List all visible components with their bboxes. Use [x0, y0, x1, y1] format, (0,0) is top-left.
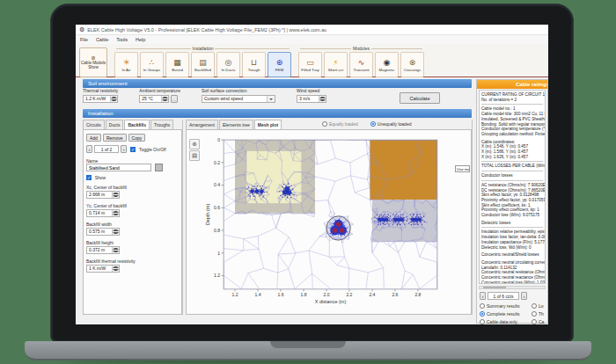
toolbar-button-fem[interactable]: ⊛FEM [268, 52, 291, 77]
toolbar-button-label: Buried [172, 68, 183, 72]
toggle-on-off-checkbox[interactable]: ✓ [130, 147, 136, 152]
y-tick-label: 1.2 [214, 273, 220, 278]
toolbar-button-in-ducts[interactable]: ◎In Ducts [216, 52, 240, 77]
results-option-th[interactable]: Th [532, 311, 544, 317]
backfill-thermal-resistivity-stepper[interactable]: 1 K.m/W [86, 265, 120, 273]
remove-button[interactable]: Remove [103, 134, 127, 142]
copy-button[interactable]: Copy [128, 134, 146, 142]
x-tick-label: 2.8 [414, 292, 421, 297]
ambient-temperature-stepper[interactable]: 25 °C [139, 95, 169, 103]
name-input[interactable] [86, 164, 151, 171]
results-text[interactable]: CURRENT RATING OF CIRCUIT 1 (A) =No. of … [479, 90, 546, 284]
spinner-buttons[interactable] [161, 96, 168, 102]
menu-cable[interactable]: Cable [96, 37, 108, 42]
tab-troughs[interactable]: Troughs [150, 120, 173, 129]
results-prev-button[interactable]: ‹ [480, 292, 486, 300]
zoom-button[interactable]: ⊕ [189, 139, 200, 149]
plot-region-backfill-right-top [370, 140, 437, 200]
spinner-buttons[interactable] [112, 210, 119, 216]
thermal-resistivity-stepper[interactable]: 1.2 K.m/W [83, 95, 118, 103]
y-axis-label: Depth (m) [205, 204, 210, 226]
radio-cable-data-only[interactable] [480, 319, 485, 324]
spin-down-icon[interactable] [113, 251, 119, 254]
show-checkbox[interactable]: ✓ [86, 175, 92, 180]
results-next-button[interactable]: › [521, 292, 527, 300]
color-swatch[interactable] [155, 164, 163, 171]
menu-file[interactable]: File [80, 37, 88, 42]
spin-down-icon[interactable] [113, 214, 119, 217]
option-label: Th [539, 311, 544, 317]
soil-field-thermal-resistivity: Thermal resistivity1.2 K.m/W [83, 88, 118, 103]
spin-down-icon[interactable] [113, 232, 119, 236]
radio-lo[interactable] [532, 303, 537, 309]
spin-down-icon[interactable] [111, 99, 117, 103]
tab-arrangement[interactable]: Arrangement [186, 120, 218, 129]
calculate-button[interactable]: Calculate [400, 92, 440, 104]
toolbar-button-backfilled[interactable]: ▤Backfilled [191, 52, 215, 77]
backfill-height-stepper[interactable]: 0.372 m [86, 246, 120, 254]
yc-center-of-backfill-stepper[interactable]: 0.714 m [86, 209, 120, 217]
load-option-unequally-loaded[interactable]: Unequally loaded [370, 121, 412, 127]
radio-complete-results[interactable] [480, 311, 485, 317]
menu-help[interactable]: Help [136, 37, 145, 42]
tab-circuits[interactable]: Circuits [83, 120, 105, 129]
spin-down-icon[interactable] [113, 269, 119, 273]
backfill-next-button[interactable]: › [121, 145, 127, 153]
spin-down-icon[interactable] [113, 195, 119, 199]
toolbar-button-short-cct[interactable]: ⚡Short-cct [324, 52, 348, 77]
fem-mesh-icon: ⊛ [276, 58, 283, 68]
cable-models-show-button[interactable]: ≣ Cable Models Show [79, 47, 107, 77]
tray-icon: ▭ [306, 58, 314, 68]
radio-th[interactable] [532, 311, 537, 317]
toolbar-button-buried[interactable]: ▦Buried [165, 52, 189, 77]
toolbar-group-label-modules: Modules [298, 46, 424, 51]
add-button[interactable]: Add [86, 134, 101, 142]
tab-backfills[interactable]: Backfills [124, 120, 150, 129]
spinner-buttons[interactable] [112, 247, 119, 253]
spin-down-icon[interactable] [319, 99, 326, 103]
chevron-down-icon[interactable] [267, 96, 275, 102]
tab-ducts[interactable]: Ducts [106, 120, 124, 129]
radio-equally-loaded[interactable] [322, 121, 327, 127]
toolbar-button-crossings[interactable]: ⊗Crossings [400, 52, 424, 77]
use-mesh-chip[interactable]: Use me [455, 165, 470, 172]
backfill-width-stepper[interactable]: 0.575 m [86, 228, 120, 236]
toolbar-button-label: Crossings [404, 68, 422, 72]
soil-environment-header: Soil environment [83, 79, 472, 88]
toolbar-button-magnetic[interactable]: ◉Magnetic [375, 52, 399, 77]
spin-down-icon[interactable] [162, 99, 168, 103]
toolbar-button-filled-tray[interactable]: ▭Filled Tray [298, 52, 322, 77]
spinner-buttons[interactable] [319, 96, 326, 102]
radio-ca[interactable] [532, 319, 537, 324]
radio-unequally-loaded[interactable] [370, 121, 376, 127]
spinner-buttons[interactable] [112, 266, 119, 272]
spinner-buttons[interactable] [112, 192, 119, 198]
toolbar-button-trough[interactable]: ⊔Trough [242, 52, 266, 77]
ellipsis-button[interactable]: … [171, 95, 178, 103]
toolbar-button-in-groups[interactable]: ∴In Groups [140, 52, 164, 77]
menu-tools[interactable]: Tools [116, 37, 128, 42]
spinner-buttons[interactable] [110, 96, 117, 102]
trough-icon: ⊔ [251, 58, 257, 68]
wind-speed-stepper[interactable]: 3 m/s [297, 95, 326, 103]
results-option-cable-data-only[interactable]: Cable data only [480, 319, 520, 324]
results-hscrollbar[interactable] [479, 286, 546, 289]
toolbar-button-transient[interactable]: ∿Transient [349, 52, 373, 77]
spinner-buttons[interactable] [112, 229, 119, 235]
soil-surface-convection-select[interactable]: Custom wind speed [202, 95, 275, 103]
results-option-lo[interactable]: Lo [532, 303, 544, 309]
backfill-prev-button[interactable]: ‹ [86, 145, 92, 153]
tab-elements-tree[interactable]: Elements tree [219, 120, 253, 129]
toolbar-button-label: Filled Tray [301, 68, 319, 72]
xc-center-of-backfill-stepper[interactable]: 2.668 m [86, 191, 120, 199]
tab-mesh-plot[interactable]: Mesh plot [254, 120, 282, 129]
toolbar-button-in-air[interactable]: ☀In Air [114, 52, 138, 77]
y-tick-label: 0.6 [214, 205, 220, 210]
results-option-complete-results[interactable]: Complete results [480, 311, 520, 317]
results-option-summary-results[interactable]: Summary results [480, 303, 520, 309]
radio-summary-results[interactable] [480, 303, 485, 309]
load-option-equally-loaded[interactable]: Equally loaded [322, 121, 358, 127]
save-button[interactable]: ▤ [189, 150, 200, 161]
mesh-plot-panel: ⊕▤ 1.21.41.61.82.02.22.42.62.800.20.40.6… [186, 129, 472, 315]
results-option-ca[interactable]: Ca [532, 319, 544, 324]
